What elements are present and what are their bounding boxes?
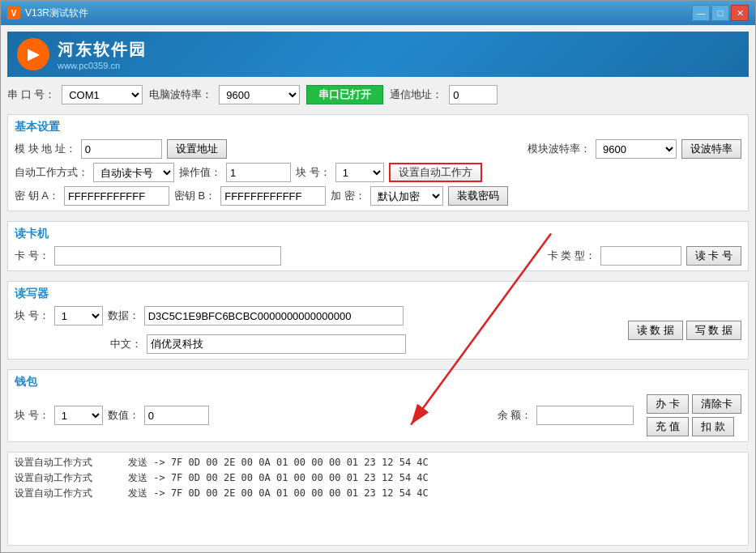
card-reader-row: 卡 号： 卡 类 型： 读 卡 号 <box>15 246 741 266</box>
set-addr-button[interactable]: 设置地址 <box>167 139 227 159</box>
log-label: 设置自动工作方式 <box>15 456 112 470</box>
chinese-label: 中文： <box>110 337 142 351</box>
log-data: 发送 -> 7F 0D 00 2E 00 0A 01 00 00 00 01 2… <box>128 487 429 500</box>
rw-chinese-row: 中文： <box>15 334 623 354</box>
card-type-input[interactable] <box>600 246 681 266</box>
baud-rate-label: 电脑波特率： <box>149 87 212 102</box>
chinese-input[interactable] <box>147 334 406 354</box>
rw-data-row: 块 号： 123 数据： <box>15 306 623 325</box>
read-card-button[interactable]: 读 卡 号 <box>686 246 741 266</box>
serial-port-label: 串 口 号： <box>7 87 55 102</box>
module-addr-row: 模 块 地 址： 设置地址 模块波特率： 9600 19200 设波特率 <box>15 139 741 159</box>
rw-buttons: 读 数 据 写 数 据 <box>628 321 741 340</box>
set-baud-button[interactable]: 设波特率 <box>681 139 741 159</box>
card-reader-section: 读卡机 卡 号： 卡 类 型： 读 卡 号 <box>7 221 749 271</box>
logo-main-text: 河东软件园 <box>58 39 147 61</box>
op-value-input[interactable] <box>226 163 291 182</box>
load-key-button[interactable]: 装载密码 <box>448 186 508 206</box>
close-button[interactable]: ✕ <box>731 5 749 21</box>
log-label: 设置自动工作方式 <box>15 471 112 485</box>
main-window: V V13R测试软件 — □ ✕ ▶ 河东软件园 www.pc0359.cn 串… <box>0 0 756 553</box>
module-baud-select[interactable]: 9600 19200 <box>596 139 677 159</box>
wallet-row: 块 号： 123 数值： 余 额： 办 卡 清除卡 <box>15 394 741 436</box>
wallet-section: 钱包 块 号： 123 数值： 余 额： <box>7 369 749 442</box>
wallet-num-input[interactable] <box>144 406 209 425</box>
card-no-label: 卡 号： <box>15 249 49 263</box>
rw-section: 读写器 块 号： 123 数据： 中文： <box>7 281 749 359</box>
key-a-label: 密 钥 A： <box>15 189 59 203</box>
logo-bar: ▶ 河东软件园 www.pc0359.cn <box>7 32 749 77</box>
key-a-input[interactable] <box>64 186 169 206</box>
recharge-button[interactable]: 充 值 <box>647 417 689 436</box>
card-no-input[interactable] <box>54 246 281 266</box>
basic-settings-title: 基本设置 <box>15 120 741 134</box>
wallet-balance-label: 余 额： <box>498 408 532 423</box>
sections-container: 基本设置 模 块 地 址： 设置地址 模块波特率： 9600 19200 设波特… <box>7 114 749 546</box>
log-data: 发送 -> 7F 0D 00 2E 00 0A 01 00 00 00 01 2… <box>128 456 429 470</box>
wallet-buttons: 办 卡 清除卡 充 值 扣 款 <box>647 394 741 436</box>
block-select-auto[interactable]: 123 <box>335 163 384 182</box>
module-addr-input[interactable] <box>81 139 162 159</box>
serial-port-select[interactable]: COM1 COM2 COM3 <box>62 85 143 104</box>
log-line: 设置自动工作方式发送 -> 7F 0D 00 2E 00 0A 01 00 00… <box>15 487 741 500</box>
log-line: 设置自动工作方式发送 -> 7F 0D 00 2E 00 0A 01 00 00… <box>15 456 741 470</box>
key-b-input[interactable] <box>220 186 326 206</box>
rw-row: 块 号： 123 数据： 中文： <box>15 306 741 354</box>
main-content: ▶ 河东软件园 www.pc0359.cn 串 口 号： COM1 COM2 C… <box>1 25 755 552</box>
basic-settings-section: 基本设置 模 块 地 址： 设置地址 模块波特率： 9600 19200 设波特… <box>7 114 749 211</box>
module-addr-label: 模 块 地 址： <box>15 142 76 156</box>
window-controls: — □ ✕ <box>692 5 749 21</box>
serial-port-row: 串 口 号： COM1 COM2 COM3 电脑波特率： 9600 19200 … <box>7 82 749 108</box>
logo-icon-text: ▶ <box>28 45 39 63</box>
module-baud-label: 模块波特率： <box>527 142 591 156</box>
log-data: 发送 -> 7F 0D 00 2E 00 0A 01 00 00 00 01 2… <box>128 471 429 485</box>
title-bar: V V13R测试软件 — □ ✕ <box>1 1 755 25</box>
op-value-label: 操作值： <box>179 165 221 180</box>
card-type-label: 卡 类 型： <box>548 249 596 263</box>
maximize-button[interactable]: □ <box>711 5 729 21</box>
data-label: 数据： <box>108 308 139 323</box>
wallet-btn-row1: 办 卡 清除卡 <box>647 394 741 414</box>
make-card-button[interactable]: 办 卡 <box>647 394 689 414</box>
minimize-button[interactable]: — <box>692 5 710 21</box>
encrypt-select[interactable]: 默认加密 自定义 <box>370 186 443 206</box>
comm-addr-label: 通信地址： <box>390 87 442 102</box>
logo-icon: ▶ <box>17 38 49 70</box>
encrypt-label: 加 密： <box>331 189 365 203</box>
baud-rate-select[interactable]: 9600 19200 38400 <box>219 85 300 104</box>
window-icon: V <box>7 6 20 19</box>
wallet-balance-input[interactable] <box>536 406 634 425</box>
wallet-block-select[interactable]: 123 <box>54 406 103 425</box>
auto-work-label: 自动工作方式： <box>15 165 88 180</box>
window-title: V13R测试软件 <box>25 6 692 20</box>
data-input[interactable] <box>144 306 404 325</box>
auto-work-select[interactable]: 自动读卡号 自动读数据 <box>93 163 174 182</box>
keys-row: 密 钥 A： 密钥 B： 加 密： 默认加密 自定义 装载密码 <box>15 186 741 206</box>
comm-addr-input[interactable] <box>449 85 498 104</box>
wallet-num-label: 数值： <box>108 408 139 423</box>
withdraw-button[interactable]: 扣 款 <box>692 417 734 436</box>
card-reader-title: 读卡机 <box>15 227 741 241</box>
rw-block-label: 块 号： <box>15 308 49 323</box>
write-data-button[interactable]: 写 数 据 <box>686 321 741 340</box>
rw-title: 读写器 <box>15 287 741 301</box>
key-b-label: 密钥 B： <box>174 189 216 203</box>
wallet-title: 钱包 <box>15 375 741 389</box>
read-data-button[interactable]: 读 数 据 <box>628 321 683 340</box>
set-auto-work-button[interactable]: 设置自动工作方 <box>389 163 482 182</box>
log-label: 设置自动工作方式 <box>15 487 112 500</box>
open-port-button[interactable]: 串口已打开 <box>306 85 383 104</box>
log-line: 设置自动工作方式发送 -> 7F 0D 00 2E 00 0A 01 00 00… <box>15 471 741 485</box>
log-area: 设置自动工作方式发送 -> 7F 0D 00 2E 00 0A 01 00 00… <box>7 452 749 546</box>
wallet-block-label: 块 号： <box>15 408 49 423</box>
rw-block-select[interactable]: 123 <box>54 306 103 325</box>
logo-sub-text: www.pc0359.cn <box>58 61 147 70</box>
block-label-auto: 块 号： <box>296 165 331 180</box>
wallet-btn-row2: 充 值 扣 款 <box>647 417 741 436</box>
clear-card-button[interactable]: 清除卡 <box>692 394 741 414</box>
logo-text-group: 河东软件园 www.pc0359.cn <box>58 39 147 70</box>
auto-work-row: 自动工作方式： 自动读卡号 自动读数据 操作值： 块 号： 123 设置自动工作… <box>15 163 741 182</box>
